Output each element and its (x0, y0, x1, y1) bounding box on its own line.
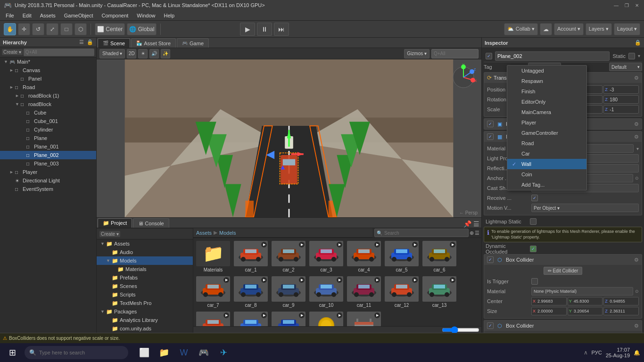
dynamic-occluded-checkbox[interactable]: ✓ (530, 246, 537, 252)
is-trigger1-checkbox[interactable] (531, 278, 538, 285)
hierarchy-item-roadblock1[interactable]: ► □ roadBlock (1) (0, 91, 96, 100)
asset-car13[interactable]: ▶ car_13 (421, 275, 457, 309)
hierarchy-item-main[interactable]: ▼ 🎮 Main* (0, 58, 96, 66)
asset-car14[interactable]: ▶ car_14 (195, 311, 231, 326)
maximize-button[interactable]: ❐ (623, 2, 630, 8)
center-toggle[interactable]: ⬜ Center (95, 23, 125, 35)
menu-edit[interactable]: Edit (19, 12, 35, 19)
menu-window[interactable]: Window (133, 12, 159, 19)
box-collider1-header[interactable]: ✓ ⬡ Box Collider ⚙ (484, 255, 642, 265)
box-collider2-header[interactable]: ✓ ⬡ Box Collider ⚙ (484, 321, 642, 331)
scene-viewport[interactable]: Y X Z ← Persp (97, 59, 481, 217)
tag-option-player[interactable]: Player (507, 117, 586, 128)
tag-option-road[interactable]: Road (507, 138, 586, 148)
object-name-field[interactable] (495, 51, 610, 61)
tag-option-gamecontroller[interactable]: GameController (507, 128, 586, 138)
taskbar-telegram[interactable]: ✈ (215, 344, 232, 361)
taskbar-search-box[interactable]: 🔍 (25, 346, 128, 359)
hierarchy-search-input[interactable] (25, 49, 92, 55)
tab-project[interactable]: 📁 Project (98, 218, 132, 228)
asset-car16[interactable]: ▶ car_16 (271, 311, 306, 326)
tag-option-editoronly[interactable]: EditorOnly (507, 97, 586, 107)
effects-toggle[interactable]: ✨ (161, 49, 170, 58)
breadcrumb-assets[interactable]: Assets (196, 230, 212, 236)
tag-option-wall[interactable]: ✓Wall (507, 159, 586, 169)
asset-car4[interactable]: ▶ car_4 (346, 240, 382, 273)
assets-search-input[interactable] (384, 230, 460, 236)
receive-shadows-checkbox[interactable]: ✓ (531, 195, 538, 201)
box-collider2-settings-icon[interactable]: ⚙ (634, 323, 639, 329)
layer-dropdown[interactable]: Default ▾ (609, 63, 642, 71)
asset-car8[interactable]: ▶ car_8 (233, 275, 269, 309)
gizmos-dropdown[interactable]: Gizmos ▾ (404, 49, 429, 58)
hierarchy-item-plane003[interactable]: □ Plane_003 (0, 159, 96, 168)
object-active-checkbox[interactable]: ✓ (486, 53, 492, 59)
breadcrumb-models[interactable]: Models (219, 230, 236, 236)
layout-dropdown[interactable]: Layout ▾ (614, 23, 640, 35)
cloud-button[interactable]: ☁ (540, 23, 552, 35)
taskbar-explorer[interactable]: 📁 (156, 344, 173, 361)
asset-roadblock[interactable]: ▶ roadBlock (346, 311, 382, 326)
project-menu-icon[interactable]: ☰ (473, 220, 479, 228)
asset-car9[interactable]: ▶ car_9 (271, 275, 306, 309)
pause-button[interactable]: ⏸ (257, 23, 272, 36)
collab-dropdown[interactable]: ⛅ Collab ▾ (504, 23, 538, 35)
assets-item-models[interactable]: ▼ 📁 Models (97, 256, 193, 265)
asset-car6[interactable]: ▶ car_6 (421, 240, 457, 273)
zoom-slider[interactable] (442, 328, 479, 332)
scene-search-input[interactable] (434, 51, 471, 56)
taskbar-unity[interactable]: 🎮 (195, 344, 212, 361)
hierarchy-item-plane[interactable]: □ Plane (0, 134, 96, 142)
tag-option-finish[interactable]: Finish (507, 86, 586, 97)
mesh-settings-icon[interactable]: ⚙ (634, 121, 639, 127)
menu-assets[interactable]: Assets (36, 12, 59, 19)
hierarchy-item-canvas[interactable]: ► □ Canvas (0, 66, 96, 74)
search-options-icon[interactable]: ⊕ (470, 230, 474, 236)
tag-option-maincamera[interactable]: MainCamera (507, 107, 586, 117)
hierarchy-item-panel[interactable]: □ Panel (0, 74, 96, 83)
layers-dropdown[interactable]: Layers ▾ (586, 23, 612, 35)
tool-hand[interactable]: ✋ (4, 23, 16, 35)
start-button[interactable]: ⊞ (4, 344, 21, 361)
mesh-renderer-settings-icon[interactable]: ⚙ (634, 134, 639, 140)
hierarchy-item-plane002[interactable]: □ Plane_002 (0, 151, 96, 159)
asset-car5[interactable]: ▶ car_5 (384, 240, 420, 273)
menu-component[interactable]: Component (98, 12, 132, 19)
tag-option-untagged[interactable]: Untagged (507, 66, 586, 76)
static-dropdown-arrow[interactable]: ▾ (638, 53, 640, 58)
step-button[interactable]: ⏭ (274, 23, 289, 36)
hierarchy-item-plane001[interactable]: □ Plane_001 (0, 142, 96, 151)
hierarchy-item-roadblock[interactable]: ▼ □ roadBlock (0, 100, 96, 108)
search-filter-icon[interactable]: ☰ (475, 230, 479, 236)
taskbar-search-input[interactable] (39, 350, 115, 355)
hierarchy-item-dirlight[interactable]: ☀ Directional Light (0, 176, 96, 185)
hierarchy-menu-icon[interactable]: ☰ (79, 39, 84, 45)
assets-item-unityads[interactable]: 📁 com.unity.ads (97, 324, 193, 333)
tag-option-addtag[interactable]: Add Tag... (507, 180, 586, 190)
account-dropdown[interactable]: Account ▾ (554, 23, 584, 35)
tool-scale[interactable]: ⤢ (46, 23, 58, 35)
hierarchy-lock-icon[interactable]: 🔒 (87, 39, 93, 45)
hierarchy-item-road[interactable]: ► □ Road (0, 83, 96, 91)
asset-car1[interactable]: ▶ car_1 (233, 240, 269, 273)
tool-rotate[interactable]: ↺ (32, 23, 44, 35)
tag-option-coin[interactable]: Coin (507, 169, 586, 180)
menu-help[interactable]: Help (160, 12, 178, 19)
asset-car7[interactable]: ▶ car_7 (195, 275, 231, 309)
assets-item-materials[interactable]: 📁 Materials (97, 265, 193, 273)
tool-rect[interactable]: □ (60, 23, 73, 35)
tab-scene[interactable]: 🎬Scene (98, 38, 130, 48)
motion-dropdown[interactable]: Per Object ▾ (531, 204, 639, 212)
2d-toggle[interactable]: 2D (127, 49, 136, 58)
audio-toggle[interactable]: 🔊 (149, 49, 159, 58)
asset-car15[interactable]: ▶ car_15 (233, 311, 269, 326)
inspector-lock-icon[interactable]: 🔒 (635, 40, 641, 46)
tab-game[interactable]: 🎮Game (177, 38, 209, 48)
tool-transform[interactable]: ⬡ (74, 23, 87, 35)
tag-option-car[interactable]: Car (507, 148, 586, 159)
taskbar-expand-icon[interactable]: ∧ (584, 349, 588, 356)
assets-item-textmeshpro[interactable]: 📁 TextMesh Pro (97, 299, 193, 307)
anchor-circle-icon[interactable]: ⊙ (635, 176, 639, 181)
asset-car12[interactable]: ▶ car_12 (384, 275, 420, 309)
transform-settings-icon[interactable]: ⚙ (634, 75, 639, 81)
